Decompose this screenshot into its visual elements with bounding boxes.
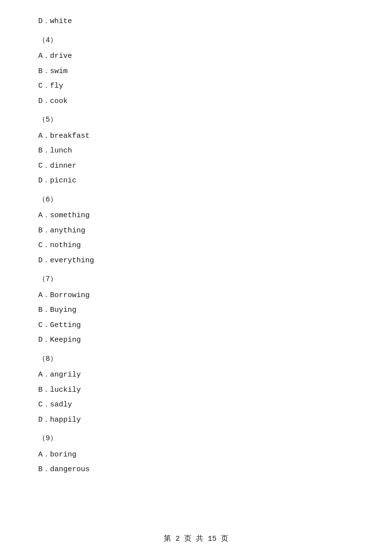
page-footer: 第 2 页 共 15 页 xyxy=(0,534,392,543)
q5-label: （5） xyxy=(38,113,354,127)
q7-label: （7） xyxy=(38,273,354,287)
c-fly-line: C．fly xyxy=(38,79,354,94)
b-luckily-line: B．luckily xyxy=(38,383,354,398)
a-boring-line: A．boring xyxy=(38,448,354,462)
b-anything-line: B．anything xyxy=(38,224,354,238)
d-everything-line: D．everything xyxy=(38,254,354,268)
b-buying-line: B．Buying xyxy=(38,303,354,318)
a-breakfast-line: A．breakfast xyxy=(38,129,354,144)
c-dinner-line: C．dinner xyxy=(38,159,354,174)
a-borrowing-line: A．Borrowing xyxy=(38,289,354,303)
main-content: D．white （4） A．drive B．swim C．fly D．cook … xyxy=(0,0,392,507)
q4-label: （4） xyxy=(38,34,354,48)
q6-label: （6） xyxy=(38,193,354,207)
a-drive-line: A．drive xyxy=(38,50,354,64)
d-happily-line: D．happily xyxy=(38,413,354,428)
c-getting-line: C．Getting xyxy=(38,319,354,333)
d-white-line: D．white xyxy=(38,15,354,29)
a-something-line: A．something xyxy=(38,209,354,223)
b-dangerous-line: B．dangerous xyxy=(38,463,354,477)
c-nothing-line: C．nothing xyxy=(38,239,354,253)
d-keeping-line: D．Keeping xyxy=(38,333,354,348)
b-lunch-line: B．lunch xyxy=(38,144,354,158)
a-angrily-line: A．angrily xyxy=(38,368,354,382)
c-sadly-line: C．sadly xyxy=(38,398,354,412)
q9-label: （9） xyxy=(38,432,354,446)
b-swim-line: B．swim xyxy=(38,65,354,79)
d-picnic-line: D．picnic xyxy=(38,174,354,188)
q8-label: （8） xyxy=(38,353,354,367)
d-cook-line: D．cook xyxy=(38,95,354,109)
